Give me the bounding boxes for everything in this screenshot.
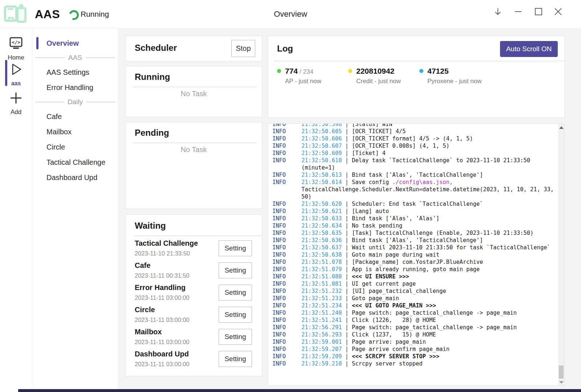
log-text-area[interactable]: INFO21:32:50.598 | [Status] WININFO21:32… [268, 124, 558, 385]
log-separator: | [342, 317, 352, 323]
log-message: Page switch: page_tactical_challenge -> … [352, 310, 517, 316]
stat-item: 774/ 234AP - just now [277, 67, 348, 85]
waiting-item-info: Error Handling2023-11-11 03:00:00 [135, 283, 190, 301]
section-divider-line [86, 57, 115, 58]
waiting-item-time: 2023-11-11 00:31:50 [135, 272, 190, 279]
setting-button[interactable]: Setting [219, 262, 252, 278]
log-message: Click (1226, 28) @ HOME [352, 317, 436, 323]
divider [133, 86, 257, 87]
log-line-body: 21:32:59.210 | Scrcpy server stopped [301, 360, 557, 367]
log-time: 21:32:59.210 [301, 360, 342, 367]
log-level: INFO [272, 229, 301, 237]
section-divider-line [35, 57, 65, 58]
scroll-down-arrow-icon[interactable] [559, 381, 564, 384]
stat-dot-icon [348, 69, 352, 73]
log-time: 21:32:50.633 [301, 215, 342, 222]
log-separator: | [342, 201, 352, 207]
log-level: INFO [272, 346, 301, 353]
sidebar-item-overview[interactable]: Overview [32, 36, 118, 51]
stop-button[interactable]: Stop [231, 40, 255, 57]
close-button[interactable] [552, 6, 564, 17]
setting-button[interactable]: Setting [219, 307, 252, 323]
log-line-body: 21:32:59.209 | <<< SCRCPY SERVER STOP >>… [301, 353, 557, 360]
stat-value-row: 47125 [419, 67, 491, 75]
log-time: 21:32:51.080 [301, 273, 342, 280]
section-divider-line [86, 102, 115, 102]
sidebar-item-aas-settings[interactable]: AAS Settings [32, 65, 118, 80]
sidebar-item-error-handling[interactable]: Error Handling [32, 80, 118, 95]
log-separator: | [342, 339, 352, 345]
log-separator: | [342, 295, 352, 302]
log-scrollbar[interactable] [558, 124, 564, 385]
sidebar-item-mailbox[interactable]: Mailbox [32, 124, 118, 139]
log-line: INFO21:32:50.637 | Wait until 2023-11-10… [272, 244, 557, 251]
maximize-button[interactable] [532, 6, 545, 17]
log-line-body: 21:32:50.637 | Wait until 2023-11-10 21:… [301, 244, 557, 251]
log-line: INFO21:32:51.234 | <<< UI GOTO PAGE_MAIN… [272, 302, 557, 309]
log-message: Goto main page during wait [352, 252, 439, 258]
log-line-body: 21:32:50.606 | [OCR_TICKET format] 4/5 -… [301, 135, 557, 142]
log-level: INFO [272, 200, 301, 208]
sidebar-item-label: Tactical Challenge [46, 158, 105, 167]
waiting-item-name: Circle [135, 306, 190, 314]
rail-item-add[interactable]: Add [0, 91, 32, 116]
stat-dot-icon [277, 69, 281, 73]
scroll-up-arrow-icon[interactable] [559, 126, 564, 129]
waiting-item: Circle2023-11-11 03:00:00Setting [135, 303, 252, 326]
log-time: 21:32:50.637 [301, 244, 342, 251]
sidebar-item-circle[interactable]: Circle [32, 139, 118, 155]
app-window: AAS Running Overview [0, 0, 581, 392]
scrollbar-thumb[interactable] [559, 366, 564, 379]
waiting-item-info: Mailbox2023-11-11 03:00:00 [135, 328, 190, 346]
waiting-item-time: 2023-11-11 03:00:00 [135, 361, 190, 368]
log-line: INFO21:32:50.635 | [Task] TacticalChalle… [272, 229, 557, 237]
log-line: INFO21:32:51.080 | <<< UI ENSURE >>> [272, 273, 557, 280]
log-level: INFO [272, 171, 301, 179]
waiting-item-name: Error Handling [135, 283, 190, 292]
setting-button[interactable]: Setting [219, 351, 252, 367]
log-separator: | [342, 353, 352, 360]
log-message: [Status] WIN [352, 124, 392, 127]
log-separator: | [342, 157, 352, 164]
stat-suffix: / 234 [300, 68, 313, 75]
log-time: 21:32:51.232 [301, 288, 342, 294]
log-message-part: Save config [352, 179, 392, 185]
sidebar-section-daily: Daily [32, 95, 118, 109]
stat-label: Credit - just now [356, 78, 419, 85]
sidebar-item-cafe[interactable]: Cafe [32, 109, 118, 124]
log-separator: | [342, 302, 352, 309]
log-time: 21:32:51.240 [301, 310, 342, 316]
running-empty-text: No Task [126, 90, 262, 98]
minimize-button[interactable] [512, 6, 524, 17]
home-code-monitor-icon: </> [8, 37, 24, 50]
stat-value: 47125 [427, 67, 448, 75]
setting-button[interactable]: Setting [219, 329, 252, 345]
log-line-body: 21:32:56.293 | Click (1237, 15) @ HOME [301, 331, 557, 338]
waiting-item: Error Handling2023-11-11 03:00:00Setting [135, 281, 252, 303]
log-separator: | [342, 310, 352, 316]
log-level: INFO [272, 244, 301, 251]
log-message: Bind task ['Alas', 'TacticalChallenge'] [352, 237, 483, 244]
waiting-item-time: 2023-11-11 03:00:00 [135, 339, 190, 346]
log-time: 21:32:59.207 [301, 346, 342, 352]
auto-scroll-button[interactable]: Auto Scroll ON [500, 41, 558, 57]
setting-button[interactable]: Setting [219, 240, 252, 256]
sidebar-item-tactical-challenge[interactable]: Tactical Challenge [32, 155, 118, 170]
log-message: Page arrive: page_main [352, 339, 426, 345]
waiting-item-time: 2023-11-11 03:00:00 [135, 317, 190, 323]
arrow-down-button[interactable] [492, 6, 504, 17]
log-level: INFO [272, 128, 301, 135]
log-line-body: 21:32:51.232 | [UI] page_tactical_challe… [301, 287, 557, 295]
log-line: INFO21:32:50.613 | Bind task ['Alas', 'T… [272, 171, 557, 179]
log-line-body: 21:32:50.634 | No task pending [301, 222, 557, 229]
log-line-body: 21:32:51.081 | UI get current page [301, 280, 557, 287]
log-level: INFO [272, 215, 301, 222]
rail-item-home[interactable]: </> Home [0, 37, 32, 61]
log-line: INFO21:32:51.081 | UI get current page [272, 280, 557, 287]
setting-button[interactable]: Setting [219, 285, 252, 301]
sidebar-item-dashboard-upd[interactable]: Dashboard Upd [32, 170, 118, 185]
stat-value-row: 774/ 234 [277, 67, 348, 75]
sidebar-item-label: AAS Settings [46, 68, 89, 77]
log-line-body: 21:32:50.621 | [Lang] auto [301, 208, 557, 215]
log-level: INFO [272, 287, 301, 295]
